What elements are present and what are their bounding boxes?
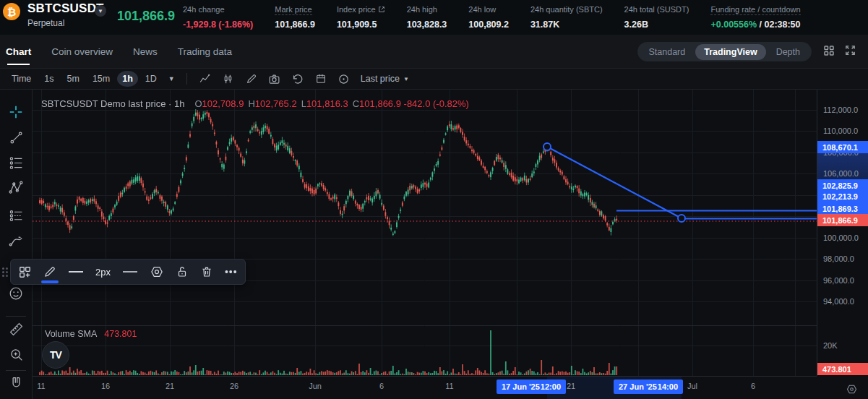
position-tool-icon[interactable] <box>7 206 25 225</box>
drawing-tools-sidebar <box>0 90 33 399</box>
tab-trading-data[interactable]: Trading data <box>178 35 232 68</box>
y-axis-tick: 110,000.0 <box>823 126 858 135</box>
chart-toolbar: Time 1s 5m 15m 1h 1D ▼ <box>0 69 868 90</box>
y-axis-tick: 94,000.0 <box>823 297 854 306</box>
candlestick-chart[interactable] <box>33 90 817 376</box>
interval-1s[interactable]: 1s <box>38 72 59 85</box>
tab-chart[interactable]: Chart <box>6 35 31 68</box>
price-target-icon[interactable] <box>335 71 353 87</box>
tab-news[interactable]: News <box>133 35 158 68</box>
stat-label: Funding rate / countdown <box>710 4 800 15</box>
legend-value: 102,708.9 <box>202 98 244 109</box>
toolbar-drag-handle[interactable] <box>0 259 10 285</box>
tab-bar: Chart Coin overview News Trading data St… <box>0 35 868 69</box>
undo-icon[interactable] <box>288 71 307 87</box>
candlestick-style-icon[interactable] <box>219 71 238 87</box>
delete-trash-icon[interactable] <box>200 265 213 278</box>
sidebar-divider <box>6 316 26 317</box>
line-width-label[interactable]: 2px <box>95 267 111 278</box>
more-options-icon[interactable]: ••• <box>225 266 238 278</box>
measure-ruler-icon[interactable] <box>7 319 25 338</box>
ticker-stats: 24h change-1,929.8 (-1.86%)Mark price101… <box>183 2 801 30</box>
legend-value: -842.0 (-0.82%) <box>401 98 469 109</box>
last-price: 101,866.9 <box>117 9 175 24</box>
tradingview-logo[interactable]: TV <box>42 341 69 369</box>
view-mode-tradingview[interactable]: TradingView <box>695 44 765 60</box>
stat-value: 100,809.2 <box>468 20 509 30</box>
axis-settings-icon[interactable] <box>846 383 858 395</box>
stat-value: 103,828.3 <box>407 20 447 30</box>
chart-type-icon[interactable] <box>196 71 215 87</box>
zoom-in-icon[interactable] <box>7 345 25 364</box>
y-axis-tick: 98,000.0 <box>823 254 854 263</box>
y-axis-tick: 112,000.0 <box>823 106 858 114</box>
brush-tool-icon[interactable] <box>7 231 25 250</box>
view-mode-depth[interactable]: Depth <box>768 44 809 60</box>
tab-coin-overview[interactable]: Coin overview <box>51 35 113 68</box>
tabs: Chart Coin overview News Trading data <box>6 35 232 68</box>
draw-pencil-icon[interactable] <box>242 71 261 87</box>
y-axis-tick: 96,000.0 <box>823 276 854 285</box>
xabcd-pattern-tool-icon[interactable] <box>7 179 25 197</box>
stat-label: 24h high <box>407 4 437 15</box>
trading-app: ₿ SBTCSUSDT ▼ Perpetual 101,866.9 24h ch… <box>0 0 868 399</box>
x-axis-tick: 11 <box>445 382 453 390</box>
interval-1h[interactable]: 1h <box>117 71 138 87</box>
x-axis-tick: Jun <box>309 382 322 390</box>
interval-dropdown-caret-icon[interactable]: ▼ <box>164 75 179 82</box>
ticker-stat: Index price101,909.5 <box>337 2 385 30</box>
x-axis-tick: 16 <box>101 382 110 390</box>
line-color-pencil-icon[interactable] <box>43 265 56 278</box>
stat-value: 101,866.9 <box>275 20 315 30</box>
fullscreen-icon[interactable] <box>844 44 859 59</box>
stat-value: -1,929.8 (-1.86%) <box>183 20 253 30</box>
stat-label: 24h total (SUSDT) <box>624 4 689 15</box>
legend-value: 102,765.2 <box>255 98 297 109</box>
price-tag: 101,866.9 <box>817 214 868 226</box>
view-mode-standard[interactable]: Standard <box>640 44 695 60</box>
btc-logo-icon: ₿ <box>3 3 20 20</box>
template-icon[interactable] <box>18 265 32 279</box>
interval-15m[interactable]: 15m <box>87 72 116 85</box>
x-axis-tick: 21 <box>166 382 174 390</box>
ticker-stat: 24h low100,809.2 <box>468 2 509 30</box>
x-axis-tick: 6 <box>379 382 384 390</box>
settings-nut-icon[interactable] <box>150 265 164 279</box>
volume-legend: Volume SMA473.801 <box>45 329 137 339</box>
price-axis[interactable]: 112,000.0110,000.0108,000.0106,000.0104,… <box>817 90 868 376</box>
lock-icon[interactable] <box>176 265 189 278</box>
line-width-icon[interactable] <box>68 269 84 275</box>
crosshair-tool-icon[interactable] <box>7 103 25 121</box>
ticker-stat: 24h change-1,929.8 (-1.86%) <box>183 2 253 30</box>
ticker-bar: ₿ SBTCSUSDT ▼ Perpetual 101,866.9 24h ch… <box>0 0 868 35</box>
screenshot-camera-icon[interactable] <box>265 71 284 87</box>
price-tag: 101,869.3 <box>817 202 868 215</box>
emoji-tool-icon[interactable] <box>7 284 25 303</box>
chart-view-switch: Standard TradingView Depth <box>637 42 812 61</box>
layout-grid-icon[interactable] <box>822 44 837 59</box>
ticker-stat: 24h high103,828.3 <box>407 2 447 30</box>
price-source-select[interactable]: Last price ▼ <box>361 74 409 84</box>
toolbar-divider <box>186 73 187 85</box>
magnet-icon[interactable] <box>7 374 25 392</box>
x-axis-tick: 6 <box>751 382 755 390</box>
calendar-icon[interactable] <box>311 71 330 87</box>
ticker-stat: 24h quantity (SBTC)31.87K <box>530 2 603 30</box>
external-link-icon[interactable] <box>378 6 385 13</box>
ticker-stat: 24h total (SUSDT)3.26B <box>624 2 689 30</box>
time-axis[interactable]: 11162126Jun61121Jul6 17 Jun '2512:0027 J… <box>33 376 817 399</box>
stat-label: Mark price <box>275 4 311 15</box>
time-tag: 17 Jun '2512:00 <box>497 379 566 394</box>
stat-label: 24h low <box>468 4 496 15</box>
line-style-icon[interactable] <box>122 269 138 275</box>
interval-1d[interactable]: 1D <box>139 72 163 85</box>
legend-key: L <box>301 98 306 109</box>
interval-5m[interactable]: 5m <box>61 72 85 85</box>
legend-key: C <box>353 98 359 109</box>
ticker-stat: Mark price101,866.9 <box>275 2 315 30</box>
symbol-dropdown-caret-icon[interactable]: ▼ <box>95 5 106 17</box>
fib-retracement-tool-icon[interactable] <box>7 153 25 172</box>
trend-line-tool-icon[interactable] <box>7 128 25 147</box>
legend-values: O102,708.9H102,765.2L101,816.3C101,866.9… <box>190 98 468 109</box>
symbol-name[interactable]: SBTCSUSDT <box>27 1 104 16</box>
